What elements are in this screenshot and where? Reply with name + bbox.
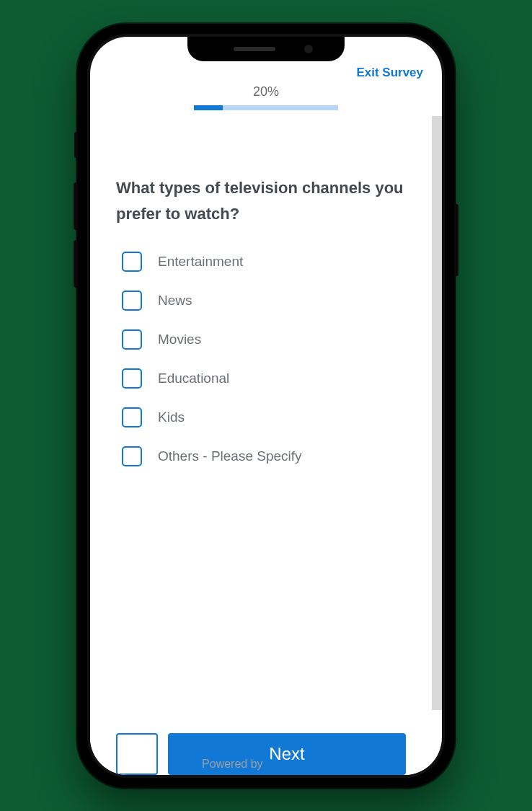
progress-bar-track	[194, 105, 338, 110]
speaker-grill	[234, 47, 275, 51]
option-row[interactable]: News	[116, 291, 406, 311]
option-label: Movies	[158, 332, 201, 347]
option-row[interactable]: Educational	[116, 368, 406, 389]
option-row[interactable]: Kids	[116, 407, 406, 427]
progress-bar-fill	[194, 105, 223, 110]
volume-up-button	[74, 182, 78, 230]
powered-prefix: Powered by	[202, 758, 266, 770]
option-label: News	[158, 293, 192, 309]
volume-down-button	[74, 240, 78, 288]
option-row[interactable]: Entertainment	[116, 252, 406, 272]
option-row[interactable]: Movies	[116, 329, 406, 350]
powered-brand-link[interactable]: QuestionPro	[266, 758, 330, 770]
exit-survey-link[interactable]: Exit Survey	[356, 66, 423, 80]
power-button	[454, 204, 458, 276]
checkbox[interactable]	[122, 291, 142, 311]
powered-by: Powered by QuestionPro	[90, 758, 442, 771]
question-text: What types of television channels you pr…	[116, 175, 406, 228]
survey-content: Exit Survey 20% What types of television…	[90, 37, 442, 775]
checkbox[interactable]	[122, 446, 142, 466]
phone-bezel: Exit Survey 20% What types of television…	[87, 34, 445, 778]
option-label: Entertainment	[158, 254, 243, 270]
phone-frame: Exit Survey 20% What types of television…	[77, 24, 455, 788]
mute-switch	[74, 132, 78, 158]
options-list: Entertainment News Movies Education	[116, 252, 406, 466]
option-label: Educational	[158, 371, 229, 386]
option-label: Kids	[158, 409, 185, 425]
progress-label: 20%	[90, 84, 442, 99]
survey-body: What types of television channels you pr…	[90, 110, 432, 690]
checkbox[interactable]	[122, 407, 142, 427]
phone-notch	[187, 37, 345, 61]
option-label: Others - Please Specify	[158, 448, 302, 464]
checkbox[interactable]	[122, 368, 142, 389]
checkbox[interactable]	[122, 252, 142, 272]
phone-screen: Exit Survey 20% What types of television…	[90, 37, 442, 775]
front-camera-icon	[304, 45, 313, 53]
checkbox[interactable]	[122, 329, 142, 350]
option-row[interactable]: Others - Please Specify	[116, 446, 406, 466]
